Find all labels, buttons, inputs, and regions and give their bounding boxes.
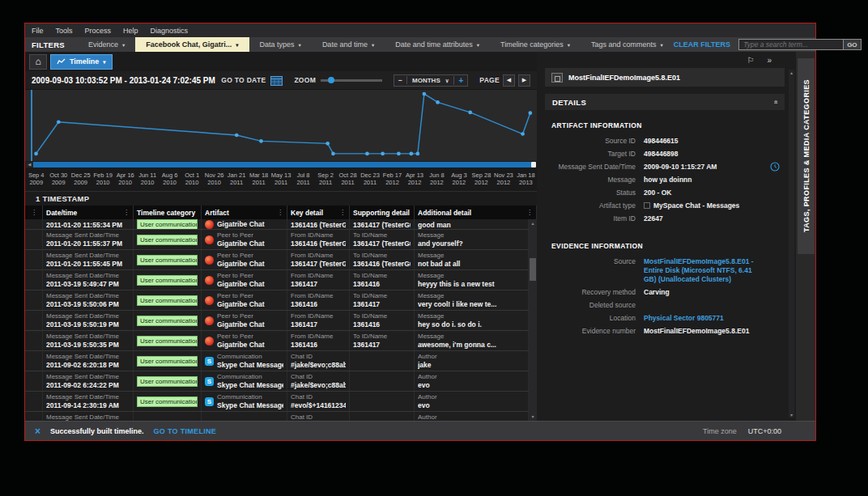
table-row[interactable]: Message Sent Date/Time2011-03-19 5:50:19… xyxy=(25,311,529,331)
interval-plus-button[interactable]: + xyxy=(453,76,467,85)
filter-dropdown[interactable]: Evidence ▾ xyxy=(78,37,135,52)
timeline-category-badge: User communication xyxy=(137,356,198,367)
filter-dropdown[interactable]: Tags and comments ▾ xyxy=(581,37,674,52)
artifact-information-section: ARTIFACT INFORMATION Source ID 498446615… xyxy=(545,115,785,231)
filter-dropdown[interactable]: Date and time attributes ▾ xyxy=(385,37,490,52)
range-right-handle[interactable] xyxy=(531,162,536,167)
scrollbar-track[interactable] xyxy=(529,227,537,413)
details-section-header[interactable]: DETAILS » xyxy=(545,94,785,110)
column-menu-icon[interactable]: ⋮ xyxy=(339,209,346,216)
table-row[interactable]: Message Sent Date/Time Communication Cha… xyxy=(25,412,529,421)
cell-datetime: Message Sent Date/Time2011-09-02 6:20:18… xyxy=(43,351,134,371)
menu-item[interactable]: File xyxy=(32,27,44,35)
column-menu-icon[interactable]: ⋮ xyxy=(31,209,37,216)
menu-item[interactable]: Tools xyxy=(56,27,73,35)
menu-item[interactable]: Help xyxy=(123,27,138,35)
table-row[interactable]: Message Sent Date/Time2011-09-02 6:20:18… xyxy=(25,351,529,371)
clock-icon[interactable] xyxy=(770,162,780,172)
artifact-icon xyxy=(205,235,214,244)
close-notification-icon[interactable]: × xyxy=(35,426,40,436)
search-input[interactable] xyxy=(739,40,843,49)
menu-item[interactable]: Diagnostics xyxy=(151,27,189,35)
zoom-slider[interactable] xyxy=(321,79,382,82)
cell-datetime: 2011-01-20 11:55:34 PM xyxy=(43,219,134,229)
go-to-date-button[interactable]: GO TO DATE xyxy=(221,76,266,84)
calendar-icon[interactable] xyxy=(270,75,283,86)
zoom-label: ZOOM xyxy=(294,76,316,84)
tags-profiles-media-tab[interactable]: TAGS, PROFILES & MEDIA CATEGORIES xyxy=(798,58,815,254)
page-next-button[interactable]: ▶ xyxy=(518,74,530,87)
column-menu-icon[interactable]: ⋮ xyxy=(277,209,283,216)
table-column-header[interactable]: Supporting detail ⋮ xyxy=(350,206,415,219)
timeline-view-button[interactable]: Timeline ▾ xyxy=(50,54,113,70)
table-body: 2011-01-20 11:55:34 PM User communicatio… xyxy=(25,219,529,421)
table-vertical-scrollbar[interactable]: ▴ ▾ xyxy=(529,219,537,421)
table-column-header[interactable]: Timeline category ⋮ xyxy=(134,206,202,219)
axis-tick-label: Aug 62010 xyxy=(159,169,181,191)
table-row[interactable]: Message Sent Date/Time2011-09-14 2:30:19… xyxy=(25,392,529,412)
interval-minus-button[interactable]: − xyxy=(394,76,407,84)
cell-artifact: S CommunicationSkype Chat Messages xyxy=(202,392,287,411)
table-row[interactable]: Message Sent Date/Time2011-03-19 5:50:35… xyxy=(25,331,529,351)
interval-unit-select[interactable]: MONTHS ∨ xyxy=(407,77,453,84)
detail-field-label: Status xyxy=(547,189,636,197)
cell-additional-detail: Messageheyyy this is a new test xyxy=(415,270,529,290)
cell-timeline-category: User communication xyxy=(134,250,202,269)
detail-field-label: Location xyxy=(547,314,636,323)
panel-scrollbar[interactable]: ▴ ▾ xyxy=(789,70,794,418)
table-row[interactable]: Message Sent Date/Time2011-03-19 5:50:06… xyxy=(25,290,529,311)
timeline-chart xyxy=(25,89,537,161)
table-row[interactable]: 2011-01-20 11:55:34 PM User communicatio… xyxy=(25,219,529,230)
table-row[interactable]: Message Sent Date/Time2011-09-02 6:24:22… xyxy=(25,371,529,392)
detail-field-row: Target ID 498446898 xyxy=(547,150,783,159)
header-handle-cell[interactable]: ⋮ xyxy=(25,206,43,219)
table-column-header[interactable]: Date/time ⋮ xyxy=(43,206,134,219)
zoom-slider-thumb[interactable] xyxy=(328,77,334,83)
expand-panel-icon[interactable]: » xyxy=(767,56,772,65)
column-menu-icon[interactable]: ⋮ xyxy=(526,209,533,216)
cell-supporting-detail xyxy=(350,412,415,421)
search-go-button[interactable]: GO xyxy=(843,40,860,49)
table-row[interactable]: Message Sent Date/Time2011-01-20 11:55:4… xyxy=(25,250,529,270)
menu-item[interactable]: Process xyxy=(85,27,112,35)
cell-additional-detail: Authorevo xyxy=(415,392,529,411)
filter-dropdown[interactable]: Timeline categories ▾ xyxy=(490,37,581,52)
scroll-down-icon[interactable]: ▾ xyxy=(790,412,793,418)
filter-dropdown[interactable]: Facebook Chat, Gigatri... ▾ xyxy=(135,37,249,52)
axis-tick-label: Nov 262010 xyxy=(203,169,225,191)
collapse-icon[interactable]: » xyxy=(771,100,779,104)
axis-tick-label: Jul 82011 xyxy=(292,169,314,191)
scrollbar-thumb[interactable] xyxy=(530,258,536,281)
scroll-up-icon[interactable]: ▴ xyxy=(790,70,793,75)
column-header-label: Date/time xyxy=(46,209,77,217)
axis-tick-label: Feb 192010 xyxy=(91,169,113,191)
page-label: PAGE xyxy=(479,76,500,84)
page-prev-button[interactable]: ◀ xyxy=(503,74,515,87)
table-row[interactable]: Message Sent Date/Time2011-03-19 5:49:47… xyxy=(25,270,529,290)
cell-artifact: Peer to PeerGigatribe Chat xyxy=(202,230,287,249)
table-column-header[interactable]: Additional detail ⋮ xyxy=(415,206,537,219)
axis-tick-label: Apr 162010 xyxy=(114,169,136,191)
cell-datetime: Message Sent Date/Time2011-03-19 5:50:19… xyxy=(43,311,134,330)
filter-dropdown[interactable]: Data types ▾ xyxy=(249,37,312,52)
go-to-timeline-link[interactable]: GO TO TIMELINE xyxy=(154,427,217,435)
column-menu-icon[interactable]: ⋮ xyxy=(123,209,130,216)
scroll-down-icon[interactable]: ▾ xyxy=(531,413,534,421)
axis-tick-label: Jun 112010 xyxy=(136,169,158,191)
scroll-up-icon[interactable]: ▴ xyxy=(531,219,534,227)
table-column-header[interactable]: Artifact ⋮ xyxy=(202,206,287,219)
timeline-range-scrollbar[interactable]: ◀ xyxy=(25,161,537,168)
cell-key-detail: Chat ID xyxy=(287,412,350,421)
table-column-header[interactable]: Key detail ⋮ xyxy=(287,206,350,219)
timeline-axis: Sep 42009 Oct 302009 Dec 252009 Feb 1920… xyxy=(25,168,537,191)
table-row[interactable]: Message Sent Date/Time2011-01-20 11:55:3… xyxy=(25,230,529,250)
flag-icon[interactable]: ⚐ xyxy=(747,56,754,65)
range-left-handle[interactable]: ◀ xyxy=(26,162,33,167)
timeline-category-badge: User communication xyxy=(137,295,198,306)
range-track[interactable] xyxy=(33,162,531,167)
home-button[interactable]: ⌂ xyxy=(29,54,47,70)
filter-dropdown[interactable]: Date and time ▾ xyxy=(312,37,385,52)
clear-filters-link[interactable]: CLEAR FILTERS xyxy=(674,40,730,49)
axis-tick-label: May 132011 xyxy=(270,169,291,191)
evidence-item-header[interactable]: MostFinalIEFDemoImage5.8.E01 xyxy=(545,68,785,87)
